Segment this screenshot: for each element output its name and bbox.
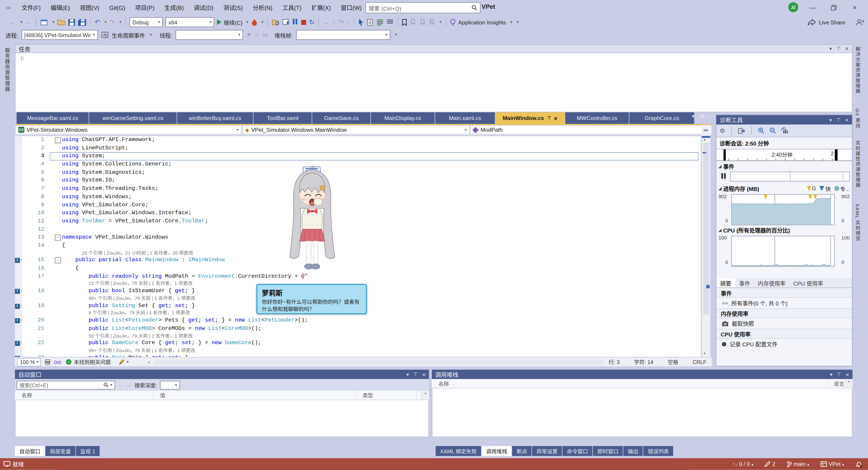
- code-line[interactable]: 5using System.Diagnostics;: [15, 168, 701, 177]
- doc-tab[interactable]: MessageBar.xaml.cs: [17, 112, 88, 124]
- git-branch-button[interactable]: main▴: [786, 461, 809, 467]
- chevron-down-icon[interactable]: ▾: [406, 372, 409, 377]
- search-forward-icon[interactable]: →: [126, 382, 131, 388]
- memory-section-header[interactable]: ◢进程内存 (MB) G快专...: [716, 183, 852, 194]
- implements-interface-icon[interactable]: I: [15, 318, 20, 323]
- git-repo-button[interactable]: VPet▴: [820, 461, 844, 467]
- minimize-button[interactable]: —: [804, 0, 822, 15]
- events-section-header[interactable]: ◢事件: [716, 161, 852, 172]
- menu-item-e[interactable]: 编辑(E): [46, 0, 75, 15]
- debugpanel-tab[interactable]: 错误列表: [643, 446, 673, 456]
- codelens-text[interactable]: 50 个引用 | ZouJin，79 天前 | 1 名作者，1 项更改: [62, 333, 192, 339]
- zoom-out-icon[interactable]: [770, 127, 776, 134]
- codelens-line[interactable]: 99+ 个引用 | ZouJin，79 天前 | 1 名作者，1 项更改: [15, 347, 701, 354]
- eol-indicator[interactable]: CRLF: [692, 359, 706, 365]
- doc-tab[interactable]: GameSave.cs: [312, 112, 370, 124]
- break-all-button[interactable]: [293, 19, 298, 25]
- zoom-dropdown[interactable]: 100 %▾: [17, 358, 41, 366]
- solution-platform-dropdown[interactable]: x64▾: [166, 17, 215, 27]
- close-icon[interactable]: ×: [845, 45, 849, 52]
- session-timeline[interactable]: 2:40分钟 2: [716, 149, 852, 161]
- callstack-body[interactable]: [432, 388, 852, 437]
- codelens-line[interactable]: 50 个引用 | ZouJin，79 天前 | 1 名作者，1 项更改: [15, 333, 701, 339]
- right-dock-tab[interactable]: 解决方案资源管理器: [854, 46, 861, 105]
- hot-reload-flame-icon[interactable]: [251, 19, 257, 26]
- diagnostics-tab-CPU使用率[interactable]: CPU 使用率: [789, 278, 827, 287]
- vpet-character[interactable]: [284, 164, 340, 279]
- autos-body[interactable]: [15, 400, 429, 437]
- diagnostics-tab-内存使用率[interactable]: 内存使用率: [754, 278, 789, 287]
- account-avatar[interactable]: JZ: [788, 2, 798, 12]
- prev-bookmark-icon[interactable]: [410, 19, 416, 25]
- il-diff-icon[interactable]: [386, 19, 394, 25]
- implements-interface-icon[interactable]: I: [15, 341, 20, 346]
- menu-item-d[interactable]: 调试(D): [189, 0, 218, 15]
- menu-item-b[interactable]: 生成(B): [159, 0, 189, 15]
- code-line[interactable]: 2using LinePutScript;: [15, 144, 701, 152]
- horizontal-scrollbar[interactable]: [154, 359, 604, 365]
- code-line[interactable]: 4using System.Collections.Generic;: [15, 160, 701, 168]
- code-line[interactable]: 3using System;: [15, 152, 701, 160]
- scroll-up-icon[interactable]: ▴: [704, 137, 706, 142]
- menu-item-p[interactable]: 项目(P): [130, 0, 160, 15]
- sync-commits-button[interactable]: ↑↓0 / 0▴: [733, 461, 753, 467]
- sidebar-tab-server-explorer[interactable]: 服务器资源管理器: [4, 48, 11, 92]
- pin-icon[interactable]: ⊤: [413, 372, 418, 377]
- code-line[interactable]: I↑23 public Main Main { get; set; }: [15, 354, 701, 357]
- step-over-button[interactable]: ↷: [338, 18, 344, 26]
- menu-item-x[interactable]: 扩展(X): [307, 0, 336, 15]
- code-line[interactable]: 8using System.Windows;: [15, 193, 701, 201]
- summary-action-label[interactable]: 所有事件(0 个, 共 0 个): [731, 299, 787, 307]
- chevron-down-icon[interactable]: ▾: [829, 117, 832, 123]
- column-header-1[interactable]: 语言: [827, 379, 845, 388]
- thread-dropdown[interactable]: ▾: [176, 30, 243, 40]
- zoom-in-icon[interactable]: [758, 127, 764, 134]
- code-line[interactable]: 11using ToolBar = VPet_Simulator.Core.To…: [15, 217, 701, 225]
- column-header-0[interactable]: 名称: [15, 391, 153, 400]
- implements-interface-icon[interactable]: I: [15, 304, 20, 309]
- code-line[interactable]: I↑20 public List<PetLoader> Pets { get; …: [15, 317, 701, 325]
- scrollbar-up[interactable]: ▴: [421, 391, 429, 400]
- debugpanel-tab[interactable]: 断点: [512, 446, 532, 456]
- diagnostics-tab-摘要[interactable]: 摘要: [716, 278, 735, 287]
- new-window-button[interactable]: [40, 19, 48, 26]
- next-bookmark-icon[interactable]: [419, 19, 426, 25]
- toolbar-drag-handle[interactable]: ⋮: [2, 20, 7, 25]
- code-line[interactable]: 21 public List<CoreMOD> CoreMODs = new L…: [15, 325, 701, 333]
- settings-gear-icon[interactable]: ⚙: [720, 127, 725, 134]
- codelens-text[interactable]: 12 个引用 | ZouJin，79 天前 | 1 名作者，1 项更改: [62, 281, 192, 287]
- diagnostics-tab-事件[interactable]: 事件: [735, 278, 754, 287]
- open-file-button[interactable]: [57, 19, 65, 25]
- run-to-click-pointer-icon[interactable]: [358, 19, 364, 26]
- implements-interface-icon[interactable]: I: [15, 289, 20, 294]
- watch-tab[interactable]: 监视 1: [76, 446, 100, 456]
- hscroll-left-arrow[interactable]: ◂: [148, 359, 150, 365]
- debugpanel-tab[interactable]: 异常设置: [532, 446, 562, 456]
- navigate-back-button[interactable]: ←: [9, 18, 16, 26]
- right-dock-tab[interactable]: Git 更改: [854, 108, 861, 137]
- debugpanel-tab[interactable]: 命令窗口: [563, 446, 592, 456]
- member-dropdown[interactable]: ModPath▾: [470, 125, 712, 134]
- search-back-icon[interactable]: ←: [118, 382, 123, 388]
- flagged-threads-icon[interactable]: ⋈: [263, 32, 268, 37]
- autos-search-input[interactable]: 搜索(Ctrl+E) ▾: [17, 380, 115, 389]
- reader-glasses-icon[interactable]: [54, 359, 62, 365]
- code-cleanup-broom-icon[interactable]: [119, 358, 125, 365]
- doc-tab[interactable]: MainWindow.cs⊤×: [495, 112, 565, 124]
- issues-status[interactable]: 未找到相关问题: [74, 358, 111, 366]
- summary-action-row[interactable]: 截取快照: [716, 318, 852, 329]
- doc-tab[interactable]: winBetterBuy.xaml.cs: [177, 112, 253, 124]
- type-dropdown[interactable]: ◆ VPet_Simulator.Windows.MainWindow▾: [242, 125, 470, 134]
- codelens-text[interactable]: 99+ 个引用 | ZouJin，79 天前 | 1 名作者，1 项更改: [62, 347, 195, 354]
- chevron-down-icon[interactable]: ▾: [830, 372, 832, 377]
- scrollbar-up[interactable]: ▴: [845, 379, 852, 388]
- live-share-button[interactable]: Live Share: [819, 19, 845, 25]
- summary-action-row[interactable]: 记录 CPU 配置文件: [716, 339, 852, 349]
- pending-edits-button[interactable]: 2: [765, 461, 775, 467]
- summary-action-label[interactable]: 截取快照: [732, 319, 754, 327]
- il-list-icon[interactable]: [377, 19, 384, 25]
- debugpanel-tab[interactable]: XAML 绑定失败: [436, 446, 481, 456]
- collapse-box-icon[interactable]: −: [55, 257, 61, 263]
- spaces-indicator[interactable]: 空格: [668, 358, 678, 366]
- reset-view-icon[interactable]: [781, 127, 788, 134]
